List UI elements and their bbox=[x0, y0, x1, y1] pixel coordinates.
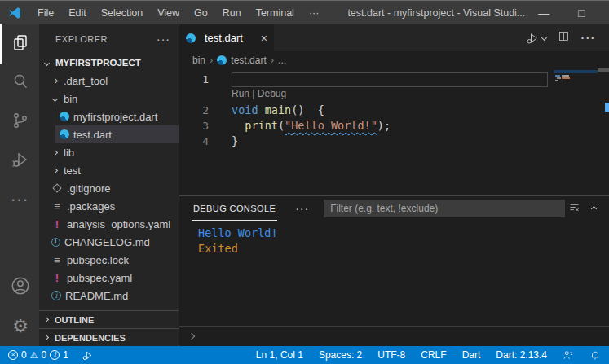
minimap-current-line bbox=[554, 70, 598, 73]
breadcrumb-separator: › bbox=[271, 54, 274, 66]
codelens-separator: | bbox=[249, 88, 258, 99]
tree-file-packages[interactable]: ≡ .packages bbox=[39, 197, 179, 215]
overview-ruler[interactable] bbox=[598, 68, 609, 195]
breadcrumb-symbol[interactable]: ... bbox=[278, 55, 286, 66]
menu-selection[interactable]: Selection bbox=[94, 1, 150, 24]
language-mode-status[interactable]: Dart bbox=[462, 349, 481, 361]
chevron-right-icon bbox=[43, 317, 49, 322]
breadcrumb-file[interactable]: test.dart bbox=[231, 55, 266, 66]
activity-explorer-button[interactable] bbox=[0, 24, 39, 64]
dart-file-icon bbox=[186, 33, 196, 43]
activity-source-control-button[interactable] bbox=[0, 103, 39, 142]
current-line-highlight bbox=[232, 72, 548, 87]
run-or-debug-button[interactable] bbox=[525, 31, 546, 46]
info-count: 1 bbox=[63, 349, 68, 361]
codelens-debug-link[interactable]: Debug bbox=[258, 88, 286, 99]
minimize-button[interactable]: — bbox=[525, 1, 563, 24]
console-filter-input[interactable] bbox=[324, 200, 565, 217]
settings-button[interactable]: ⚙ bbox=[0, 307, 39, 346]
maximize-button[interactable]: □ bbox=[563, 1, 600, 24]
breadcrumb-separator: › bbox=[210, 54, 213, 66]
debug-status-button[interactable] bbox=[82, 349, 94, 362]
tree-folder-dart-tool[interactable]: .dart_tool bbox=[39, 72, 179, 90]
breadcrumb-bin[interactable]: bin bbox=[192, 55, 205, 66]
info-file-icon: i bbox=[51, 291, 61, 300]
activity-search-button[interactable] bbox=[0, 64, 39, 103]
tree-file-myfirstproject-dart[interactable]: myfirstproject.dart bbox=[55, 107, 179, 125]
tab-debug-console[interactable]: DEBUG CONSOLE bbox=[192, 196, 277, 221]
tree-file-readme[interactable]: i README.md bbox=[39, 287, 179, 305]
dependencies-section[interactable]: DEPENDENCIES bbox=[39, 328, 179, 346]
tree-file-test-dart[interactable]: test.dart bbox=[55, 125, 179, 143]
tab-test-dart[interactable]: test.dart × bbox=[179, 24, 274, 51]
tab-close-icon[interactable]: × bbox=[261, 32, 267, 45]
activity-more-views-button[interactable]: ··· bbox=[0, 181, 39, 220]
menu-view[interactable]: View bbox=[150, 1, 187, 24]
menu-go[interactable]: Go bbox=[187, 1, 215, 24]
editor-more-actions-button[interactable]: ··· bbox=[581, 32, 597, 45]
tree-file-pubspec-yaml[interactable]: ! pubspec.yaml bbox=[39, 269, 179, 287]
feedback-button[interactable] bbox=[563, 349, 574, 361]
tree-folder-bin[interactable]: bin bbox=[39, 90, 179, 107]
codelens: Run | Debug bbox=[179, 87, 609, 103]
bell-icon bbox=[589, 349, 601, 361]
tree-root-myfirstproject[interactable]: MYFIRSTPROJECT bbox=[39, 54, 179, 72]
outline-section[interactable]: OUTLINE bbox=[39, 310, 179, 328]
problems-status[interactable]: × 0 ⚠ 0 i 1 bbox=[8, 349, 68, 361]
code-line-2: void main() { bbox=[232, 103, 324, 118]
clock-file-icon bbox=[51, 238, 60, 247]
dependencies-label: DEPENDENCIES bbox=[55, 333, 126, 343]
run-debug-icon bbox=[11, 150, 30, 173]
chevron-right-icon bbox=[52, 167, 58, 173]
split-editor-button[interactable] bbox=[558, 30, 570, 46]
tree-item-label: pubspec.lock bbox=[67, 254, 129, 266]
encoding-status[interactable]: UTF-8 bbox=[377, 349, 405, 361]
eol-status[interactable]: CRLF bbox=[421, 349, 446, 361]
account-button[interactable] bbox=[0, 268, 39, 307]
indentation-status[interactable]: Spaces: 2 bbox=[319, 349, 362, 361]
chevron-up-icon[interactable] bbox=[591, 205, 597, 211]
explorer-sidebar: EXPLORER ··· MYFIRSTPROJECT .dart_tool b… bbox=[39, 24, 179, 346]
menu-overflow[interactable]: ··· bbox=[302, 1, 327, 24]
panel-more-actions[interactable]: ··· bbox=[295, 202, 309, 215]
minimap[interactable] bbox=[554, 70, 598, 127]
console-prompt-icon bbox=[188, 333, 195, 340]
tree-folder-test[interactable]: test bbox=[39, 161, 179, 179]
explorer-more-actions[interactable]: ··· bbox=[157, 33, 170, 46]
tree-folder-lib[interactable]: lib bbox=[39, 143, 179, 161]
code-line-3: print("Hello World!"); bbox=[232, 118, 391, 134]
minimap-mark bbox=[562, 77, 570, 79]
git-branch-icon bbox=[11, 111, 30, 134]
activity-run-debug-button[interactable] bbox=[0, 142, 39, 181]
console-input-row[interactable] bbox=[179, 326, 609, 346]
chevron-down-icon bbox=[44, 59, 50, 65]
tree-file-pubspec-lock[interactable]: ≡ pubspec.lock bbox=[39, 251, 179, 269]
files-icon bbox=[11, 33, 30, 55]
info-icon: i bbox=[50, 350, 60, 360]
clear-console-button[interactable] bbox=[568, 201, 580, 217]
dart-file-icon bbox=[60, 129, 69, 139]
tree-file-gitignore[interactable]: .gitignore bbox=[39, 179, 179, 197]
tree-item-label: bin bbox=[64, 93, 77, 105]
console-output: Hello World! Exited bbox=[179, 221, 609, 326]
tree-file-changelog[interactable]: CHANGELOG.md bbox=[39, 233, 179, 251]
menu-run[interactable]: Run bbox=[215, 1, 249, 24]
notifications-button[interactable] bbox=[589, 349, 601, 361]
code-editor[interactable]: 1 Run | Debug 2 void main() { 3 print("H… bbox=[179, 68, 609, 195]
menu-terminal[interactable]: Terminal bbox=[249, 1, 302, 24]
tree-item-label: .gitignore bbox=[67, 182, 110, 195]
debug-console-panel: DEBUG CONSOLE ··· Hello World! Exited bbox=[179, 195, 609, 346]
minimap-mark bbox=[555, 80, 558, 81]
console-stdout-line: Hello World! bbox=[198, 226, 609, 241]
scrollbar-slider[interactable] bbox=[598, 68, 609, 72]
window-title: test.dart - myfirstproject - Visual Stud… bbox=[347, 7, 525, 19]
dart-sdk-status[interactable]: Dart: 2.13.4 bbox=[496, 349, 547, 361]
tree-item-label: pubspec.yaml bbox=[67, 272, 132, 284]
tree-file-analysis-options[interactable]: ! analysis_options.yaml bbox=[39, 215, 179, 233]
codelens-run-link[interactable]: Run bbox=[232, 88, 249, 99]
close-button[interactable]: × bbox=[600, 1, 609, 24]
menu-file[interactable]: File bbox=[30, 1, 61, 24]
menu-edit[interactable]: Edit bbox=[61, 1, 94, 24]
cursor-position-status[interactable]: Ln 1, Col 1 bbox=[256, 349, 303, 361]
tree-item-label: myfirstproject.dart bbox=[73, 111, 157, 123]
